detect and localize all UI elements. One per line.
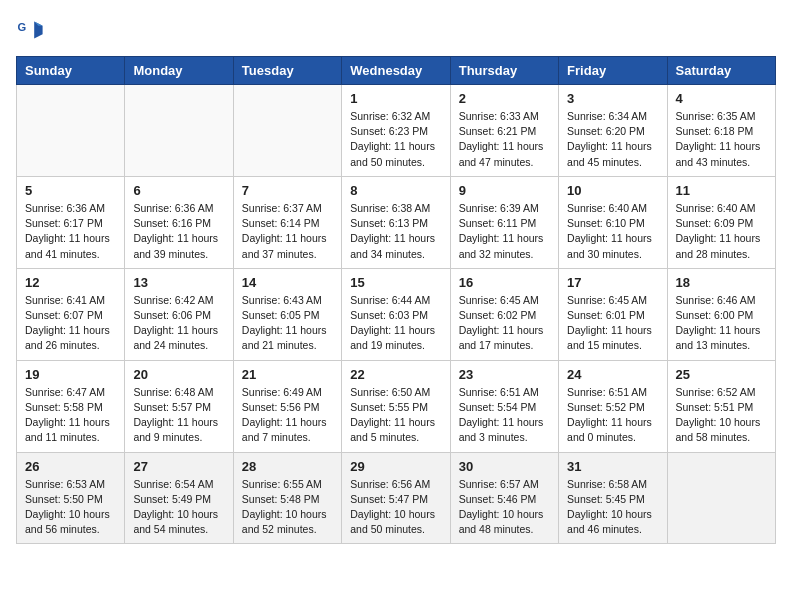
week-row-2: 12Sunrise: 6:41 AM Sunset: 6:07 PM Dayli… xyxy=(17,268,776,360)
cell-content: Sunrise: 6:33 AM Sunset: 6:21 PM Dayligh… xyxy=(459,109,550,170)
cell-content: Sunrise: 6:50 AM Sunset: 5:55 PM Dayligh… xyxy=(350,385,441,446)
cell-content: Sunrise: 6:54 AM Sunset: 5:49 PM Dayligh… xyxy=(133,477,224,538)
week-row-0: 1Sunrise: 6:32 AM Sunset: 6:23 PM Daylig… xyxy=(17,85,776,177)
day-number: 29 xyxy=(350,459,441,474)
day-number: 12 xyxy=(25,275,116,290)
cell-content: Sunrise: 6:39 AM Sunset: 6:11 PM Dayligh… xyxy=(459,201,550,262)
day-number: 5 xyxy=(25,183,116,198)
calendar-cell: 14Sunrise: 6:43 AM Sunset: 6:05 PM Dayli… xyxy=(233,268,341,360)
day-number: 2 xyxy=(459,91,550,106)
cell-content: Sunrise: 6:38 AM Sunset: 6:13 PM Dayligh… xyxy=(350,201,441,262)
cell-content: Sunrise: 6:48 AM Sunset: 5:57 PM Dayligh… xyxy=(133,385,224,446)
weekday-header-monday: Monday xyxy=(125,57,233,85)
day-number: 4 xyxy=(676,91,767,106)
cell-content: Sunrise: 6:36 AM Sunset: 6:16 PM Dayligh… xyxy=(133,201,224,262)
cell-content: Sunrise: 6:52 AM Sunset: 5:51 PM Dayligh… xyxy=(676,385,767,446)
calendar-cell: 10Sunrise: 6:40 AM Sunset: 6:10 PM Dayli… xyxy=(559,176,667,268)
calendar-cell: 24Sunrise: 6:51 AM Sunset: 5:52 PM Dayli… xyxy=(559,360,667,452)
day-number: 16 xyxy=(459,275,550,290)
calendar-header: SundayMondayTuesdayWednesdayThursdayFrid… xyxy=(17,57,776,85)
weekday-header-sunday: Sunday xyxy=(17,57,125,85)
calendar-cell: 22Sunrise: 6:50 AM Sunset: 5:55 PM Dayli… xyxy=(342,360,450,452)
weekday-header-tuesday: Tuesday xyxy=(233,57,341,85)
calendar-cell: 3Sunrise: 6:34 AM Sunset: 6:20 PM Daylig… xyxy=(559,85,667,177)
week-row-4: 26Sunrise: 6:53 AM Sunset: 5:50 PM Dayli… xyxy=(17,452,776,544)
page-header: G xyxy=(16,16,776,44)
day-number: 8 xyxy=(350,183,441,198)
calendar-cell xyxy=(125,85,233,177)
day-number: 15 xyxy=(350,275,441,290)
calendar-cell: 26Sunrise: 6:53 AM Sunset: 5:50 PM Dayli… xyxy=(17,452,125,544)
calendar-cell: 20Sunrise: 6:48 AM Sunset: 5:57 PM Dayli… xyxy=(125,360,233,452)
day-number: 13 xyxy=(133,275,224,290)
cell-content: Sunrise: 6:51 AM Sunset: 5:54 PM Dayligh… xyxy=(459,385,550,446)
calendar-cell: 6Sunrise: 6:36 AM Sunset: 6:16 PM Daylig… xyxy=(125,176,233,268)
cell-content: Sunrise: 6:55 AM Sunset: 5:48 PM Dayligh… xyxy=(242,477,333,538)
day-number: 26 xyxy=(25,459,116,474)
day-number: 19 xyxy=(25,367,116,382)
cell-content: Sunrise: 6:35 AM Sunset: 6:18 PM Dayligh… xyxy=(676,109,767,170)
calendar-body: 1Sunrise: 6:32 AM Sunset: 6:23 PM Daylig… xyxy=(17,85,776,544)
calendar-cell: 23Sunrise: 6:51 AM Sunset: 5:54 PM Dayli… xyxy=(450,360,558,452)
day-number: 31 xyxy=(567,459,658,474)
day-number: 23 xyxy=(459,367,550,382)
calendar-cell: 18Sunrise: 6:46 AM Sunset: 6:00 PM Dayli… xyxy=(667,268,775,360)
calendar-cell: 25Sunrise: 6:52 AM Sunset: 5:51 PM Dayli… xyxy=(667,360,775,452)
calendar-cell: 29Sunrise: 6:56 AM Sunset: 5:47 PM Dayli… xyxy=(342,452,450,544)
calendar-cell: 16Sunrise: 6:45 AM Sunset: 6:02 PM Dayli… xyxy=(450,268,558,360)
day-number: 1 xyxy=(350,91,441,106)
day-number: 30 xyxy=(459,459,550,474)
calendar-cell: 1Sunrise: 6:32 AM Sunset: 6:23 PM Daylig… xyxy=(342,85,450,177)
cell-content: Sunrise: 6:42 AM Sunset: 6:06 PM Dayligh… xyxy=(133,293,224,354)
calendar-cell: 17Sunrise: 6:45 AM Sunset: 6:01 PM Dayli… xyxy=(559,268,667,360)
day-number: 7 xyxy=(242,183,333,198)
day-number: 24 xyxy=(567,367,658,382)
cell-content: Sunrise: 6:58 AM Sunset: 5:45 PM Dayligh… xyxy=(567,477,658,538)
day-number: 27 xyxy=(133,459,224,474)
cell-content: Sunrise: 6:32 AM Sunset: 6:23 PM Dayligh… xyxy=(350,109,441,170)
calendar: SundayMondayTuesdayWednesdayThursdayFrid… xyxy=(16,56,776,544)
day-number: 6 xyxy=(133,183,224,198)
cell-content: Sunrise: 6:34 AM Sunset: 6:20 PM Dayligh… xyxy=(567,109,658,170)
cell-content: Sunrise: 6:51 AM Sunset: 5:52 PM Dayligh… xyxy=(567,385,658,446)
calendar-cell: 15Sunrise: 6:44 AM Sunset: 6:03 PM Dayli… xyxy=(342,268,450,360)
calendar-cell: 8Sunrise: 6:38 AM Sunset: 6:13 PM Daylig… xyxy=(342,176,450,268)
day-number: 14 xyxy=(242,275,333,290)
day-number: 28 xyxy=(242,459,333,474)
calendar-cell: 7Sunrise: 6:37 AM Sunset: 6:14 PM Daylig… xyxy=(233,176,341,268)
calendar-cell: 19Sunrise: 6:47 AM Sunset: 5:58 PM Dayli… xyxy=(17,360,125,452)
cell-content: Sunrise: 6:56 AM Sunset: 5:47 PM Dayligh… xyxy=(350,477,441,538)
day-number: 17 xyxy=(567,275,658,290)
calendar-cell: 21Sunrise: 6:49 AM Sunset: 5:56 PM Dayli… xyxy=(233,360,341,452)
cell-content: Sunrise: 6:45 AM Sunset: 6:01 PM Dayligh… xyxy=(567,293,658,354)
calendar-cell: 13Sunrise: 6:42 AM Sunset: 6:06 PM Dayli… xyxy=(125,268,233,360)
week-row-3: 19Sunrise: 6:47 AM Sunset: 5:58 PM Dayli… xyxy=(17,360,776,452)
weekday-header-saturday: Saturday xyxy=(667,57,775,85)
cell-content: Sunrise: 6:47 AM Sunset: 5:58 PM Dayligh… xyxy=(25,385,116,446)
cell-content: Sunrise: 6:57 AM Sunset: 5:46 PM Dayligh… xyxy=(459,477,550,538)
cell-content: Sunrise: 6:45 AM Sunset: 6:02 PM Dayligh… xyxy=(459,293,550,354)
cell-content: Sunrise: 6:40 AM Sunset: 6:10 PM Dayligh… xyxy=(567,201,658,262)
calendar-cell: 31Sunrise: 6:58 AM Sunset: 5:45 PM Dayli… xyxy=(559,452,667,544)
logo: G xyxy=(16,16,48,44)
cell-content: Sunrise: 6:44 AM Sunset: 6:03 PM Dayligh… xyxy=(350,293,441,354)
day-number: 10 xyxy=(567,183,658,198)
day-number: 11 xyxy=(676,183,767,198)
cell-content: Sunrise: 6:37 AM Sunset: 6:14 PM Dayligh… xyxy=(242,201,333,262)
calendar-cell: 12Sunrise: 6:41 AM Sunset: 6:07 PM Dayli… xyxy=(17,268,125,360)
logo-icon: G xyxy=(16,16,44,44)
calendar-cell: 2Sunrise: 6:33 AM Sunset: 6:21 PM Daylig… xyxy=(450,85,558,177)
cell-content: Sunrise: 6:36 AM Sunset: 6:17 PM Dayligh… xyxy=(25,201,116,262)
calendar-cell: 9Sunrise: 6:39 AM Sunset: 6:11 PM Daylig… xyxy=(450,176,558,268)
calendar-cell: 27Sunrise: 6:54 AM Sunset: 5:49 PM Dayli… xyxy=(125,452,233,544)
cell-content: Sunrise: 6:43 AM Sunset: 6:05 PM Dayligh… xyxy=(242,293,333,354)
day-number: 3 xyxy=(567,91,658,106)
calendar-cell: 30Sunrise: 6:57 AM Sunset: 5:46 PM Dayli… xyxy=(450,452,558,544)
calendar-cell xyxy=(17,85,125,177)
cell-content: Sunrise: 6:53 AM Sunset: 5:50 PM Dayligh… xyxy=(25,477,116,538)
calendar-cell: 11Sunrise: 6:40 AM Sunset: 6:09 PM Dayli… xyxy=(667,176,775,268)
day-number: 21 xyxy=(242,367,333,382)
day-number: 18 xyxy=(676,275,767,290)
weekday-header-thursday: Thursday xyxy=(450,57,558,85)
cell-content: Sunrise: 6:46 AM Sunset: 6:00 PM Dayligh… xyxy=(676,293,767,354)
